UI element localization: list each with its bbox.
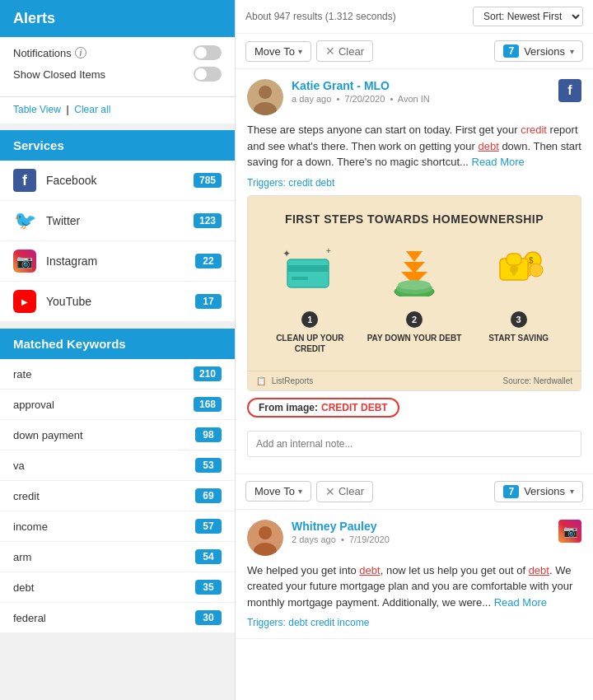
post2-kw1: debt — [359, 564, 380, 576]
keyword-rate-count: 210 — [194, 366, 222, 381]
image-source-left: 📋 ListReports — [256, 376, 313, 385]
keyword-item-approval[interactable]: approval 168 — [0, 390, 235, 420]
clear-all-link[interactable]: Clear all — [74, 104, 110, 115]
clear-button-bottom[interactable]: ✕ Clear — [316, 481, 373, 502]
svg-text:$: $ — [529, 256, 534, 265]
facebook-count: 785 — [194, 173, 222, 188]
step-2-number: 2 — [406, 311, 423, 328]
triggers-row-2: Triggers: debt credit income — [247, 617, 581, 628]
svg-point-23 — [259, 526, 272, 539]
show-closed-toggle[interactable] — [194, 67, 222, 82]
twitter-label: Twitter — [46, 214, 194, 227]
clear-button-top[interactable]: ✕ Clear — [316, 40, 373, 62]
keyword-va-count: 53 — [195, 458, 222, 473]
services-section-header: Services — [0, 130, 235, 161]
move-to-button-bottom[interactable]: Move To ▾ — [245, 481, 311, 502]
youtube-label: YouTube — [46, 295, 195, 308]
sidebar-title: Alerts — [13, 10, 55, 26]
from-image-label: From image: — [259, 402, 318, 413]
youtube-icon: ▶ — [13, 290, 36, 313]
triggers-keywords-1: credit debt — [288, 177, 334, 189]
keyword-credit-highlight: credit — [521, 124, 547, 136]
keyword-item-income[interactable]: income 57 — [0, 511, 235, 542]
read-more-link-2[interactable]: Read More — [494, 596, 547, 609]
keyword-va-label: va — [13, 460, 195, 472]
post-author-name-2[interactable]: Whitney Pauley — [292, 520, 550, 533]
sort-dropdown[interactable]: Sort: Newest First — [473, 7, 583, 26]
versions-count-badge-bottom: 7 — [503, 485, 519, 498]
twitter-count: 123 — [194, 213, 222, 228]
show-closed-row: Show Closed Items — [13, 67, 222, 82]
step-1-number: 1 — [301, 311, 318, 328]
action-bar-top: Move To ▾ ✕ Clear 7 Versions ▾ — [236, 34, 593, 69]
image-banner-title: FIRST STEPS TOWARDS HOMEOWNERSHIP — [261, 212, 567, 226]
keyword-item-arm[interactable]: arm 54 — [0, 542, 235, 572]
step-3: $ 3 START SAVING — [469, 239, 567, 343]
sidebar-links: Table View | Clear all — [0, 97, 235, 124]
keyword-item-debt[interactable]: debt 35 — [0, 572, 235, 603]
instagram-count: 22 — [195, 254, 222, 268]
step-2: 2 PAY DOWN YOUR DEBT — [366, 239, 464, 343]
internal-note-input[interactable] — [247, 431, 581, 457]
notifications-panel: Notifications i Show Closed Items — [0, 37, 235, 97]
clear-x-icon: ✕ — [325, 44, 335, 58]
from-image-oval: From image: CREDIT DEBT — [247, 398, 399, 418]
keyword-item-federal[interactable]: federal 30 — [0, 603, 235, 633]
post-author-name-1[interactable]: Katie Grant - MLO — [292, 79, 550, 92]
keyword-item-rate[interactable]: rate 210 — [0, 359, 235, 390]
notifications-row: Notifications i — [13, 45, 222, 60]
step-2-visual — [366, 239, 464, 305]
table-view-link[interactable]: Table View — [13, 104, 61, 115]
keyword-income-count: 57 — [195, 519, 222, 534]
instagram-network-icon: 📷 — [558, 520, 581, 543]
post-author-info-1: Katie Grant - MLO a day ago • 7/20/2020 … — [292, 79, 550, 104]
post-author-info-2: Whitney Pauley 2 days ago • 7/19/2020 — [292, 520, 550, 544]
svg-point-1 — [259, 86, 272, 99]
keyword-item-credit[interactable]: credit 69 — [0, 481, 235, 511]
from-image-keywords: CREDIT DEBT — [321, 402, 388, 413]
post-meta-1: a day ago • 7/20/2020 • Avon IN — [292, 94, 550, 104]
svg-text:✦: ✦ — [282, 248, 291, 259]
keyword-item-down-payment[interactable]: down payment 98 — [0, 420, 235, 450]
post-text-2: We helped you get into debt, now let us … — [247, 562, 581, 611]
notifications-toggle[interactable] — [194, 45, 222, 60]
keyword-down-payment-count: 98 — [195, 427, 222, 442]
image-source-right: Source: Nerdwallet — [503, 376, 572, 385]
action-bar-left: Move To ▾ ✕ Clear — [245, 40, 373, 62]
versions-button-bottom[interactable]: 7 Versions ▾ — [494, 481, 583, 502]
svg-rect-6 — [287, 265, 329, 272]
keyword-credit-count: 69 — [195, 488, 222, 503]
post-card-2: Whitney Pauley 2 days ago • 7/19/2020 📷 … — [236, 510, 593, 640]
sidebar: Alerts Notifications i Show Closed Items… — [0, 0, 235, 700]
read-more-link-1[interactable]: Read More — [472, 156, 525, 168]
svg-rect-19 — [507, 254, 521, 265]
post-card-1: Katie Grant - MLO a day ago • 7/20/2020 … — [236, 69, 593, 474]
sidebar-item-instagram[interactable]: 📷 Instagram 22 — [0, 241, 235, 282]
post-text-1: These are steps anyone can start on toda… — [247, 122, 581, 170]
twitter-icon: 🐦 — [13, 209, 36, 232]
svg-marker-8 — [406, 251, 423, 262]
move-to-button-top[interactable]: Move To ▾ — [245, 41, 311, 62]
results-header: About 947 results (1.312 seconds) Sort: … — [236, 0, 593, 34]
sidebar-item-facebook[interactable]: f Facebook 785 — [0, 161, 235, 201]
svg-rect-7 — [292, 277, 308, 280]
sidebar-item-youtube[interactable]: ▶ YouTube 17 — [0, 282, 235, 322]
step-3-label: START SAVING — [469, 333, 567, 343]
facebook-icon: f — [13, 169, 36, 192]
versions-button-top[interactable]: 7 Versions ▾ — [494, 40, 583, 62]
versions-chevron-icon: ▾ — [570, 47, 574, 56]
keyword-debt-label: debt — [13, 581, 195, 594]
step-1-visual: ✦ + — [261, 239, 359, 305]
versions-count-badge-top: 7 — [503, 44, 519, 58]
youtube-count: 17 — [195, 294, 222, 309]
steps-container: ✦ + 1 CLEAN UP YOUR CREDIT — [261, 239, 567, 354]
sidebar-item-twitter[interactable]: 🐦 Twitter 123 — [0, 201, 235, 241]
show-closed-label: Show Closed Items — [13, 68, 105, 81]
facebook-label: Facebook — [46, 174, 194, 187]
action-bar-bottom-left: Move To ▾ ✕ Clear — [245, 481, 373, 502]
keyword-arm-label: arm — [13, 551, 195, 563]
facebook-network-icon: f — [558, 79, 581, 102]
svg-point-13 — [398, 280, 431, 290]
keyword-item-va[interactable]: va 53 — [0, 450, 235, 481]
triggers-keywords-2: debt credit income — [288, 617, 369, 628]
